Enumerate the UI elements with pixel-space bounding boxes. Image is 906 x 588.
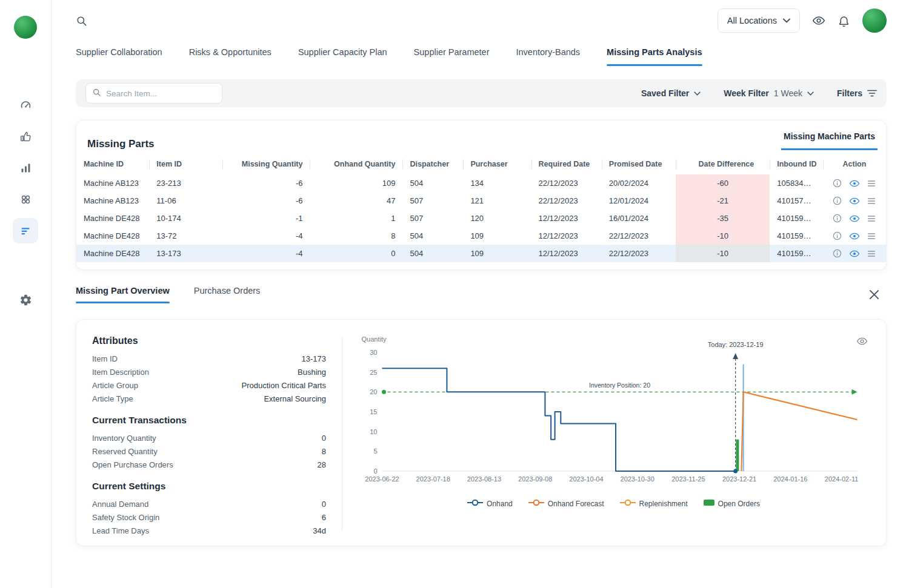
table-row[interactable]: Machine DE42813-173-4050410912/12/202322… <box>76 245 886 262</box>
topbar: All Locations <box>76 0 887 41</box>
nav-tab[interactable]: Risks & Opportunites <box>189 47 271 66</box>
view-icon[interactable] <box>849 213 860 224</box>
svg-text:20: 20 <box>370 388 377 395</box>
attribute-value: Bushing <box>298 368 326 377</box>
info-icon[interactable] <box>832 231 842 241</box>
week-filter-dropdown[interactable]: Week Filter 1 Week <box>724 88 814 98</box>
vertical-divider <box>342 337 342 531</box>
table-row[interactable]: Machine AB12323-213-610950413422/12/2023… <box>76 174 886 192</box>
nav-tab[interactable]: Supplier Capacity Plan <box>298 47 387 66</box>
tab-missing-part-overview[interactable]: Missing Part Overview <box>76 286 170 303</box>
eye-icon[interactable] <box>812 14 825 27</box>
legend-item[interactable]: Onhand Forecast <box>528 499 604 508</box>
nav-tab[interactable]: Supplier Parameter <box>414 47 490 66</box>
column-header: Required Date <box>531 154 602 174</box>
cell-inbound-id: 105834… <box>770 174 823 192</box>
table-row[interactable]: Machine DE42813-72-4850410912/12/202322/… <box>76 227 886 245</box>
sidebar <box>0 0 52 588</box>
cell-dispatcher: 504 <box>402 227 463 245</box>
nav-tab[interactable]: Supplier Collaboration <box>76 47 162 66</box>
info-icon[interactable] <box>832 196 842 206</box>
nav-tab[interactable]: Inventory-Bands <box>516 47 581 66</box>
view-icon[interactable] <box>849 231 860 242</box>
attr-section: Current SettingsAnnual Demand0Safety Sto… <box>92 481 326 537</box>
gauge-icon[interactable] <box>13 92 38 117</box>
filter-bar: Saved Filter Week Filter 1 Week Filters <box>76 79 887 107</box>
chart-eye-icon[interactable] <box>856 335 868 349</box>
table-row[interactable]: Machine DE42810-174-1150712012/12/202316… <box>76 210 886 227</box>
cell-purchaser: 109 <box>463 245 531 262</box>
view-icon[interactable] <box>849 248 860 259</box>
cell-missing-quantity: -6 <box>222 174 310 192</box>
attribute-row: Lead Time Days34d <box>92 524 326 537</box>
legend-marker <box>528 499 544 508</box>
attribute-label: Open Purchase Orders <box>92 460 173 469</box>
cell-inbound-id: 410159… <box>770 227 823 245</box>
attribute-value: 13-173 <box>302 354 326 363</box>
tab-missing-machine-parts[interactable]: Missing Machine Parts <box>781 131 878 150</box>
bar-chart-icon[interactable] <box>13 155 38 180</box>
legend-item[interactable]: Replenishment <box>620 499 688 508</box>
legend-marker <box>467 499 483 508</box>
filters-button[interactable]: Filters <box>837 88 877 98</box>
cell-machine-id: Machine DE428 <box>76 227 149 245</box>
thumbs-up-icon[interactable] <box>13 124 38 149</box>
list-icon[interactable] <box>867 196 876 206</box>
date-difference-badge: -21 <box>676 192 770 210</box>
missing-parts-card: Missing Parts Missing Machine Parts Mach… <box>76 120 887 270</box>
user-avatar[interactable] <box>862 8 887 33</box>
cell-onhand-quantity: 1 <box>310 210 402 227</box>
attribute-row: Article GroupProduction Critical Parts <box>92 378 326 392</box>
view-icon[interactable] <box>849 178 860 189</box>
attribute-value: 0 <box>322 434 326 443</box>
list-icon[interactable] <box>867 179 876 188</box>
cell-machine-id: Machine AB123 <box>76 192 149 210</box>
info-icon[interactable] <box>832 213 842 223</box>
list-icon[interactable] <box>867 214 876 223</box>
attribute-label: Reserved Quantity <box>92 447 158 456</box>
plugins-icon[interactable] <box>13 187 38 212</box>
legend-item[interactable]: Open Orders <box>704 499 760 508</box>
search-icon[interactable] <box>76 15 87 27</box>
legend-item[interactable]: Onhand <box>467 499 513 508</box>
location-selector[interactable]: All Locations <box>718 8 800 33</box>
cell-required-date: 12/12/2023 <box>531 210 602 227</box>
attribute-label: Safety Stock Origin <box>92 513 159 522</box>
attribute-value: 6 <box>322 513 326 522</box>
column-header: Inbound ID <box>770 154 823 174</box>
cell-promised-date: 20/02/2024 <box>602 174 676 192</box>
info-icon[interactable] <box>832 178 842 188</box>
attribute-row: Annual Demand0 <box>92 497 326 510</box>
nav-tab[interactable]: Missing Parts Analysis <box>607 47 702 66</box>
gear-icon[interactable] <box>13 287 38 312</box>
table-row[interactable]: Machine AB12311-06-64750712122/12/202312… <box>76 192 886 210</box>
attribute-label: Item Description <box>92 368 149 377</box>
close-icon[interactable] <box>869 289 887 300</box>
section-title: Attributes <box>92 335 326 346</box>
cell-machine-id: Machine DE428 <box>76 245 149 262</box>
cell-dispatcher: 504 <box>402 174 463 192</box>
legend-label: Onhand <box>487 500 513 508</box>
item-search-input[interactable] <box>106 89 216 98</box>
cell-missing-quantity: -4 <box>222 245 310 262</box>
list-icon[interactable] <box>867 249 876 259</box>
svg-text:2023-08-13: 2023-08-13 <box>467 475 501 483</box>
cell-onhand-quantity: 8 <box>310 227 402 245</box>
attribute-label: Article Type <box>92 394 133 403</box>
chevron-down-icon <box>807 91 814 96</box>
saved-filter-dropdown[interactable]: Saved Filter <box>641 88 701 98</box>
company-logo[interactable] <box>14 16 37 39</box>
column-header: Date Difference <box>676 154 770 174</box>
svg-text:25: 25 <box>370 369 377 376</box>
main-content: All Locations Supplier CollaborationRisk… <box>52 0 906 588</box>
svg-text:2024-01-16: 2024-01-16 <box>773 475 807 483</box>
legend-label: Onhand Forecast <box>548 500 604 508</box>
view-icon[interactable] <box>849 196 860 206</box>
planning-lines-icon[interactable] <box>13 218 38 243</box>
bell-icon[interactable] <box>838 15 850 27</box>
list-icon[interactable] <box>867 231 876 241</box>
tab-purchase-orders[interactable]: Purchase Orders <box>194 286 261 303</box>
attribute-label: Item ID <box>92 354 118 363</box>
column-header: Onhand Quantity <box>310 154 402 174</box>
info-icon[interactable] <box>832 248 842 259</box>
